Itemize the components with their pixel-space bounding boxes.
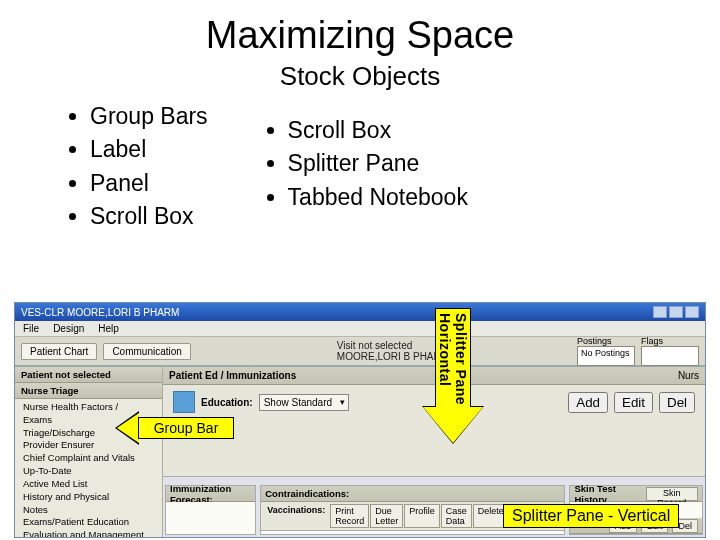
sidebar-item[interactable]: Exams/Patient Education [23, 516, 158, 529]
bullet: Panel [90, 167, 208, 200]
sidebar: Patient not selected Nurse Triage Nurse … [15, 367, 163, 537]
del-button[interactable]: Del [659, 392, 695, 413]
menu-item[interactable]: Help [98, 323, 119, 334]
annotation-group-bar: Group Bar [116, 412, 246, 444]
minimize-icon[interactable] [653, 306, 667, 318]
bullet: Scroll Box [288, 114, 468, 147]
flags-label: Flags [641, 336, 699, 346]
panel-header: Patient Ed / Immunizations [169, 370, 296, 381]
maximize-icon[interactable] [669, 306, 683, 318]
sidebar-item[interactable]: History and Physical [23, 491, 158, 504]
panel-header-right: Nurs [678, 370, 699, 381]
sidebar-item[interactable]: Chief Complaint and Vitals [23, 452, 158, 465]
sidebar-item[interactable]: Notes [23, 504, 158, 517]
sidebar-item[interactable]: Up-To-Date [23, 465, 158, 478]
bullet: Tabbed Notebook [288, 181, 468, 214]
window-title: VES-CLR MOORE,LORI B PHARM [21, 307, 179, 318]
vacc-btn[interactable]: Profile [404, 504, 440, 528]
bullet: Splitter Pane [288, 147, 468, 180]
sidebar-item[interactable]: Active Med List [23, 478, 158, 491]
visit-name: MOORE,LORI B PHARM [337, 351, 449, 362]
postings-label: Postings [577, 336, 635, 346]
menu-item[interactable]: File [23, 323, 39, 334]
group-bar-nurse-triage[interactable]: Nurse Triage [15, 383, 162, 399]
slide-title: Maximizing Space [0, 14, 720, 57]
close-icon[interactable] [685, 306, 699, 318]
tab-patient-chart[interactable]: Patient Chart [21, 343, 97, 360]
skin-record-button[interactable]: Skin Record [646, 487, 698, 501]
education-label: Education: [201, 397, 253, 408]
vacc-btn[interactable]: Print Record [330, 504, 369, 528]
tab-communication[interactable]: Communication [103, 343, 190, 360]
slide-subtitle: Stock Objects [0, 61, 720, 92]
education-select[interactable]: Show Standard [259, 394, 349, 411]
education-icon [173, 391, 195, 413]
bullet: Label [90, 133, 208, 166]
vacc-label: Vaccinations: [263, 504, 329, 528]
vacc-btn[interactable]: Due Letter [370, 504, 403, 528]
flags-field[interactable] [641, 346, 699, 366]
bullet: Group Bars [90, 100, 208, 133]
visit-status: Visit not selected [337, 340, 449, 351]
add-button[interactable]: Add [568, 392, 608, 413]
edit-button[interactable]: Edit [614, 392, 653, 413]
vacc-btn[interactable]: Case Data [441, 504, 472, 528]
menu-item[interactable]: Design [53, 323, 84, 334]
sidebar-item[interactable]: Evaluation and Management [23, 529, 158, 538]
pane-contra: Contraindications: [265, 488, 349, 499]
postings-field[interactable]: No Postings [577, 346, 635, 366]
bullet: Scroll Box [90, 200, 208, 233]
group-bar-not-selected[interactable]: Patient not selected [15, 367, 162, 383]
window-titlebar: VES-CLR MOORE,LORI B PHARM [15, 303, 705, 321]
annotation-splitter-vertical: Splitter Pane - Vertical [503, 504, 679, 528]
